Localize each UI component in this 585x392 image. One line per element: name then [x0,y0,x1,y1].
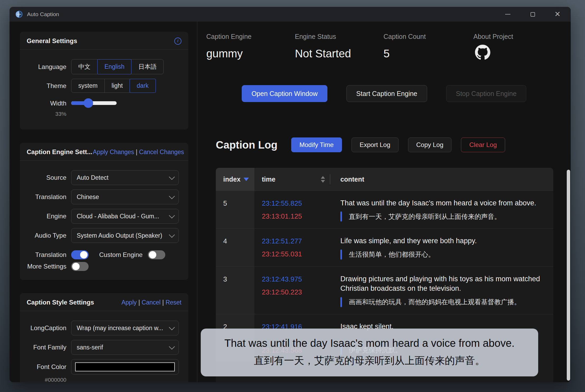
row-time-cell: 23:12:43.975 23:12:50.223 [254,267,330,314]
minimize-button[interactable] [502,8,514,20]
stat-value: 5 [383,47,473,60]
translation-lang-label: Translation [27,193,66,201]
toggle-knob [149,251,156,259]
title-bar[interactable]: Auto Caption ✕ [10,7,571,22]
stop-caption-engine-button[interactable]: Stop Caption Engine [446,85,526,102]
font-family-select-value: sans-serif [77,344,166,351]
maximize-button[interactable] [527,8,538,20]
modify-time-button[interactable]: Modify Time [291,137,342,152]
translation-select[interactable]: Chinese [71,190,179,204]
stat-label: Engine Status [295,33,383,40]
status-row: Caption Engine gummy Engine Status Not S… [206,33,569,61]
custom-engine-toggle[interactable] [148,250,165,259]
vertical-scrollbar-thumb[interactable] [567,170,570,381]
translation-select-value: Chinese [77,193,166,201]
caption-english-text: Life was simple, and they were both happ… [340,236,544,246]
copy-log-button[interactable]: Copy Log [408,137,452,152]
caption-english-text: Drawing pictures and playing with his to… [340,274,544,293]
more-settings-toggle[interactable] [71,262,89,271]
time-header-label: time [262,176,275,183]
table-row[interactable]: 5 23:12:55.825 23:13:01.125 That was unt… [216,191,553,228]
theme-option-system[interactable]: system [71,79,105,93]
stat-about-project: About Project [473,33,569,61]
language-option-en[interactable]: English [97,59,131,74]
font-color-picker[interactable] [71,359,179,375]
github-icon[interactable] [475,45,490,60]
column-header-index[interactable]: index [216,168,254,191]
style-apply-link[interactable]: Apply [121,299,137,306]
end-time: 23:13:01.125 [262,212,330,220]
sort-desc-icon [244,178,249,181]
stat-label: About Project [473,33,569,40]
style-reset-link[interactable]: Reset [166,299,181,306]
info-icon[interactable]: i [174,38,181,45]
width-slider[interactable] [71,101,117,105]
stat-engine-status: Engine Status Not Started [295,33,383,61]
end-time: 23:12:50.223 [262,288,330,296]
chevron-down-icon [169,232,175,238]
cancel-changes-link[interactable]: Cancel Changes [139,149,184,155]
long-caption-select[interactable]: Wrap (may increase caption w... [71,321,179,335]
stat-caption-count: Caption Count 5 [383,33,473,61]
overlay-chinese-caption: 直到有一天，艾萨克的母亲听到从上面传来的声音。 [210,354,529,367]
long-caption-label: LongCaption [27,324,66,332]
translation-toggle[interactable] [71,250,89,259]
sort-desc-arrow [321,180,325,183]
sort-asc-arrow [321,176,325,179]
stat-caption-engine: Caption Engine gummy [206,33,295,61]
theme-option-light[interactable]: light [104,79,130,93]
font-color-hex: #000000 [27,377,66,382]
column-header-time[interactable]: time [254,168,330,191]
language-option-zh[interactable]: 中文 [71,59,98,74]
language-option-ja[interactable]: 日本語 [131,59,164,74]
link-separator: | [136,149,137,155]
export-log-button[interactable]: Export Log [351,137,399,152]
caption-chinese-text: 直到有一天，艾萨克的母亲听到从上面传来的声音。 [349,212,501,221]
general-settings-card: General Settings i Language 中文 English 日… [20,32,188,130]
start-time: 23:12:43.975 [262,275,330,283]
link-separator: | [138,299,140,306]
width-value: 33% [27,111,66,117]
audio-type-select[interactable]: System Audio Output (Speaker) [71,228,179,243]
table-row[interactable]: 3 23:12:43.975 23:12:50.223 Drawing pict… [216,266,553,314]
slider-thumb[interactable] [84,98,93,108]
translation-accent-bar [340,297,342,307]
start-time: 23:12:55.825 [262,199,330,207]
caption-overlay[interactable]: That was until the day Isaac's mom heard… [201,329,538,376]
engine-select-value: Cloud - Alibaba Cloud - Gum... [77,213,166,220]
column-header-content: content [330,168,553,191]
width-label: Width [27,100,66,107]
sort-toggle-icon[interactable] [321,176,325,183]
apply-changes-link[interactable]: Apply Changes [93,149,134,155]
toggle-knob [72,263,80,270]
chevron-down-icon [169,344,175,350]
main-panel: Caption Engine gummy Engine Status Not S… [197,22,571,382]
caption-log-header: Caption Log Modify Time Export Log Copy … [216,137,552,152]
engine-settings-card: Caption Engine Sett... Apply Changes | C… [20,143,188,280]
style-cancel-link[interactable]: Cancel [142,299,161,306]
row-index-cell: 4 [216,229,254,266]
more-settings-label: More Settings [27,263,66,270]
index-header-label: index [223,176,240,183]
start-time: 23:12:51.277 [262,237,330,245]
stat-value: gummy [206,47,295,60]
font-family-select[interactable]: sans-serif [71,340,179,355]
source-select[interactable]: Auto Detect [71,170,179,185]
table-row[interactable]: 4 23:12:51.277 23:12:55.031 Life was sim… [216,228,553,266]
app-logo-icon [15,11,23,18]
engine-select[interactable]: Cloud - Alibaba Cloud - Gum... [71,209,179,224]
theme-option-dark[interactable]: dark [130,79,156,93]
close-button[interactable]: ✕ [552,8,563,20]
language-segmented-control: 中文 English 日本語 [71,59,164,74]
row-content-cell: That was until the day Isaac's mom heard… [330,191,553,228]
settings-sidebar: General Settings i Language 中文 English 日… [10,22,197,382]
stat-label: Caption Count [383,33,473,40]
start-caption-engine-button[interactable]: Start Caption Engine [346,85,427,102]
row-time-cell: 23:12:55.825 23:13:01.125 [254,191,330,228]
open-caption-window-button[interactable]: Open Caption Window [242,85,327,102]
translation-accent-bar [340,211,342,222]
clear-log-button[interactable]: Clear Log [461,137,505,152]
custom-engine-label: Custom Engine [99,251,143,259]
general-settings-title: General Settings [27,37,77,45]
overlay-english-caption: That was until the day Isaac's mom heard… [210,336,529,350]
